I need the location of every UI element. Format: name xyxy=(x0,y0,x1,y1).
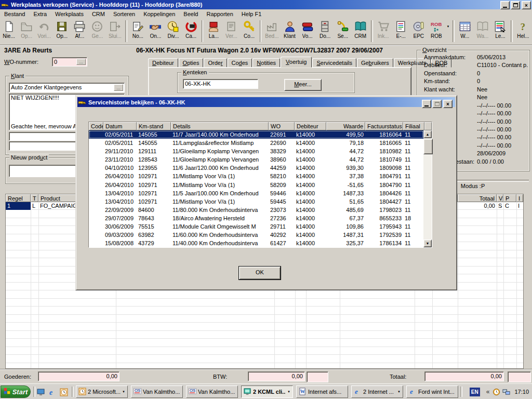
toolbar-button-nie[interactable]: Nie... xyxy=(0,20,18,44)
toolbar-button-rob[interactable]: ROBROB xyxy=(428,20,445,44)
meer-button[interactable]: Meer... xyxy=(284,79,322,91)
wo-browse-button[interactable]: ... xyxy=(76,59,86,65)
service-history-row[interactable]: 13/04/201010297111/Mistlamp Voor V/a (1)… xyxy=(89,197,423,206)
task-button-van-kalmtho[interactable]: CISVan Kalmtho... xyxy=(131,385,183,398)
service-history-row[interactable]: 29/07/20097864318/Airco Afwatering Herst… xyxy=(89,214,423,222)
totaal-input[interactable]: 0,00 xyxy=(424,371,504,381)
dialog-close-button[interactable]: × xyxy=(443,100,453,108)
toolbar-button-vo[interactable]: Vo... xyxy=(299,20,316,44)
toolbar-button-w[interactable]: W... xyxy=(456,20,474,44)
service-history-row[interactable]: 02/05/201114505511/Lampglas&reflector Mi… xyxy=(89,139,423,147)
column-header-factuurstatus[interactable]: Factuurstatus xyxy=(365,122,403,130)
tab-debiteur[interactable]: Debiteur xyxy=(148,58,178,68)
tab-notities[interactable]: Notities xyxy=(252,58,280,68)
grid-row1-totaal[interactable]: 0,00 xyxy=(458,202,497,210)
toolbar-button-div[interactable]: Div... xyxy=(164,20,182,44)
menu-item-crm[interactable]: CRM xyxy=(88,10,109,18)
totaal-extra-box[interactable] xyxy=(508,371,531,382)
service-history-row[interactable]: 26/04/201010297111/Mistlamp Voor V/a (1)… xyxy=(89,172,423,180)
tab-gebruikers[interactable]: Gebruikers xyxy=(357,58,393,68)
grid-row1-i[interactable]: I xyxy=(516,202,523,210)
grid-row1-regel[interactable]: 1 xyxy=(6,202,31,210)
menu-item-sorteren[interactable]: Sorteren xyxy=(109,10,139,18)
menu-item-extra[interactable]: Extra xyxy=(29,10,51,18)
toolbar-button-on[interactable]: On... xyxy=(147,20,164,44)
maximize-button[interactable] xyxy=(511,1,520,9)
menu-item-help-f1[interactable]: Help F1 xyxy=(237,10,266,18)
menu-item-koppelingen[interactable]: Koppelingen xyxy=(139,10,179,18)
toolbar-button-no[interactable]: No... xyxy=(129,20,147,44)
btw-input[interactable]: 0,00 xyxy=(248,371,305,381)
toolbar-button-crm[interactable]: CRM xyxy=(352,20,369,44)
tab-voertuig[interactable]: Voertuig xyxy=(281,57,312,68)
task-button-2-internet[interactable]: e2 Internet ...▼ xyxy=(351,385,403,398)
toolbar-button-klant[interactable]: Klant xyxy=(281,20,298,44)
column-header-waarde[interactable]: Waarde xyxy=(326,122,365,130)
toolbar-button-le[interactable]: Le... xyxy=(491,20,509,44)
grid-row1-p[interactable]: C xyxy=(503,202,516,210)
ok-button[interactable]: OK xyxy=(239,267,281,280)
goederen-input[interactable]: 0,00 xyxy=(38,371,119,381)
start-button[interactable]: Start xyxy=(1,385,31,398)
task-button-ford-wint-int[interactable]: eFord wint Int... xyxy=(406,385,458,398)
wo-number-input[interactable]: 0 ... xyxy=(52,57,87,66)
toolbar-dropdown-arrow[interactable]: ▼ xyxy=(445,20,451,33)
close-button[interactable]: × xyxy=(522,1,531,9)
service-history-row[interactable]: 22/09/20098460011/80.000 Km Onderhoudsin… xyxy=(89,206,423,214)
quicklaunch-clock-icon[interactable] xyxy=(59,388,69,397)
service-history-row[interactable]: 15/08/20084372911/40.000 Km Onderhoudsin… xyxy=(89,239,423,247)
toolbar-button-do[interactable]: Do... xyxy=(316,20,334,44)
toolbar-button-e[interactable]: E-... xyxy=(392,20,410,44)
tab-servicedetails[interactable]: Servicedetails xyxy=(312,58,356,68)
task-button-2-microsoft[interactable]: 2 Microsoft...▼ xyxy=(76,385,128,398)
kenteken-input[interactable]: 06-XK-HK xyxy=(183,79,258,89)
toolbar-button-op[interactable]: Op... xyxy=(53,20,71,44)
minimize-button[interactable] xyxy=(500,1,510,9)
service-history-row[interactable]: 30/06/20097551511/Module Carkit Omgewiss… xyxy=(89,222,423,231)
klant-browse-button[interactable]: ... xyxy=(114,84,123,91)
klant-combo[interactable]: Auto Zonder Klantgegevens ... xyxy=(9,83,125,92)
btw-extra-box[interactable] xyxy=(307,371,328,382)
column-header-km-stand[interactable]: Km-stand xyxy=(137,122,171,130)
scroll-up-button[interactable]: ▲ xyxy=(423,130,432,138)
column-header-code[interactable]: Code xyxy=(89,122,103,130)
grid-header-t[interactable]: T xyxy=(31,194,38,202)
quicklaunch-desktop-icon[interactable] xyxy=(36,388,46,397)
grid-row1-t[interactable]: L xyxy=(31,202,38,210)
toolbar-button-ca[interactable]: Ca... xyxy=(182,20,200,44)
grid-header-i[interactable]: I xyxy=(516,194,523,202)
toolbar-button-la[interactable]: La... xyxy=(205,20,222,44)
task-button-2-kcml-cli[interactable]: 2 KCML cli...▼ xyxy=(241,385,293,398)
task-button-van-kalmtho[interactable]: CISVan Kalmtho... xyxy=(186,385,238,398)
column-header-filiaal[interactable]: Filiaal xyxy=(403,122,424,130)
column-header-details[interactable]: Details xyxy=(171,122,269,130)
service-history-row[interactable]: 02/05/201114505511/7 Jaar/140.000 Km Ond… xyxy=(89,130,423,139)
grid-header-totaal[interactable]: Totaal xyxy=(458,194,497,202)
tab-opties[interactable]: Opties xyxy=(179,58,204,68)
tray-network-icon[interactable] xyxy=(502,388,510,396)
toolbar-button-co[interactable]: Co... xyxy=(241,20,258,44)
tray-clock-icon[interactable] xyxy=(493,388,500,396)
toolbar-button-hel[interactable]: ?Hel... xyxy=(514,20,532,44)
scroll-down-button[interactable]: ▼ xyxy=(423,240,432,247)
menu-item-rapporten[interactable]: Rapporten xyxy=(202,10,237,18)
tray-expand-chevron[interactable]: « xyxy=(486,388,490,395)
menu-item-bestand[interactable]: Bestand xyxy=(0,10,29,18)
service-history-row[interactable]: 13/04/201010297111/5 Jaar/100.000 Km Ond… xyxy=(89,189,423,197)
toolbar-button-af[interactable]: Af... xyxy=(71,20,88,44)
dialog-minimize-button[interactable] xyxy=(422,100,431,108)
column-header-datum[interactable]: Datum xyxy=(103,122,137,130)
dialog-maximize-button[interactable] xyxy=(432,100,442,108)
quicklaunch-ie-icon[interactable]: e xyxy=(48,388,57,397)
table-scrollbar[interactable]: ▲ ▼ xyxy=(423,130,432,247)
column-header-wo[interactable]: WO xyxy=(269,122,295,130)
grid-row1-v[interactable]: S xyxy=(497,202,503,210)
menu-item-werkplaats[interactable]: Werkplaats xyxy=(51,10,88,18)
tab-order[interactable]: Order xyxy=(204,58,227,68)
menu-item-beeld[interactable]: Beeld xyxy=(179,10,202,18)
column-header-debiteur[interactable]: Debiteur xyxy=(295,122,326,130)
language-indicator[interactable]: EN xyxy=(470,388,480,396)
toolbar-button-epc[interactable]: EPC xyxy=(410,20,428,44)
tab-codes[interactable]: Codes xyxy=(228,58,252,68)
service-history-row[interactable]: 26/04/201010297111/Mistlamp Voor V/a (1)… xyxy=(89,180,423,189)
